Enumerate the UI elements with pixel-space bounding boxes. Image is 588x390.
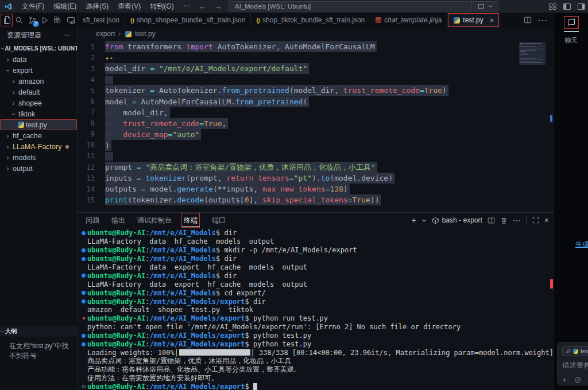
panel-tab-问题[interactable]: 问题 bbox=[86, 213, 99, 228]
new-terminal-button[interactable]: + bbox=[412, 216, 416, 225]
panel-tab-输出[interactable]: 输出 bbox=[111, 213, 125, 228]
terminal-command-line: ubuntu@Rudy-AI:/mnt/e/AI_Models/export$ … bbox=[80, 297, 554, 306]
chat-bubble-icon bbox=[477, 3, 485, 10]
command-decoration bbox=[80, 334, 87, 338]
sidebar-item-amazon[interactable]: ›amazon bbox=[0, 76, 77, 87]
forward-arrow-icon[interactable]: → bbox=[214, 2, 222, 11]
tab-chat_template.jinja[interactable]: chat_template.jinja bbox=[370, 13, 447, 28]
sidebar-item-models[interactable]: ›models bbox=[0, 152, 77, 163]
sidebar-item-tiktok[interactable]: ›tiktok bbox=[0, 108, 77, 119]
tree-item-label: default bbox=[18, 88, 40, 96]
explorer-more-icon[interactable]: ⋯ bbox=[64, 31, 71, 39]
tab-test.py[interactable]: test.py× bbox=[447, 13, 500, 28]
menu-item[interactable]: ⋯ bbox=[179, 2, 195, 10]
chevron-right-icon: › bbox=[5, 132, 11, 140]
command-decoration bbox=[80, 248, 87, 252]
chevron-down-icon[interactable] bbox=[421, 218, 427, 223]
menu-bar: 文件(F)编辑(E)选择(S)查看(V)转到(G)⋯ bbox=[17, 2, 195, 11]
panel-more-icon[interactable]: ⋯ bbox=[513, 216, 521, 225]
sparkle-icon[interactable]: ✦˖ bbox=[105, 54, 113, 62]
line-number: 8 bbox=[78, 119, 105, 127]
search-icon[interactable] bbox=[13, 14, 25, 26]
menu-item[interactable]: 编辑(E) bbox=[49, 2, 81, 11]
menu-item[interactable]: 选择(S) bbox=[81, 2, 113, 11]
terminal-view[interactable]: ubuntu@Rudy-AI:/mnt/e/AI_Models$ dirLLaM… bbox=[78, 228, 554, 390]
workspace-section[interactable]: ›AI_MODELS [WSL: UBUNTU] bbox=[0, 42, 77, 54]
line-number: 3 bbox=[78, 65, 105, 73]
editor-tabs: sft_test.json{}shop_shopee_bundle_sft_tr… bbox=[78, 13, 554, 28]
toggle-sidebar-icon[interactable] bbox=[563, 2, 571, 11]
sidebar-item-output[interactable]: ›output bbox=[0, 163, 77, 174]
chevron-down-icon: › bbox=[4, 67, 12, 73]
terminal-instance[interactable]: bash - export bbox=[432, 216, 482, 224]
chat-icon[interactable] bbox=[564, 16, 579, 29]
sidebar-item-LLaMA-Factory[interactable]: ›LLaMA-Factory bbox=[0, 141, 77, 152]
panel-tab-端口[interactable]: 端口 bbox=[212, 213, 226, 228]
close-icon[interactable]: × bbox=[490, 16, 494, 25]
more-actions-icon[interactable]: ⋯ bbox=[538, 15, 548, 26]
toggle-panel-icon[interactable] bbox=[577, 2, 586, 11]
panel-tab-调试控制台[interactable]: 调试控制台 bbox=[137, 213, 172, 228]
code-line: 1from transformers import AutoTokenizer,… bbox=[78, 41, 554, 52]
maximize-panel-icon[interactable] bbox=[532, 217, 539, 224]
selection: outputs = model.generate(**inputs, max_n… bbox=[105, 184, 350, 194]
code-editor[interactable]: 1from transformers import AutoTokenizer,… bbox=[78, 40, 554, 212]
tab-shop_tiktok_bundle_sft_train.json[interactable]: {}shop_tiktok_bundle_sft_train.json bbox=[251, 13, 370, 28]
chat-input[interactable]: tes 描述要构 + bbox=[557, 342, 588, 385]
run-debug-icon[interactable] bbox=[39, 14, 51, 26]
code-line: 15print(tokenizer.decode(outputs[0], ski… bbox=[78, 194, 554, 205]
terminal-output-line: 使用方法：在需要放置的地方安装好即可。 bbox=[80, 374, 554, 383]
menu-item[interactable]: 转到(G) bbox=[145, 2, 178, 11]
sidebar-item-data[interactable]: ›data bbox=[0, 54, 77, 65]
breadcrumb-folder[interactable]: export bbox=[96, 30, 115, 38]
selection: ··· trust_remote_code=True, bbox=[105, 118, 228, 129]
code-text: outputs = model.generate(**inputs, max_n… bbox=[105, 185, 350, 193]
copilot-menu[interactable] bbox=[471, 2, 498, 11]
tab-sft_test.json[interactable]: sft_test.json bbox=[78, 13, 125, 28]
panel-tab-终端[interactable]: 终端 bbox=[181, 213, 200, 228]
source-control-icon[interactable]: 2 bbox=[26, 14, 38, 26]
back-arrow-icon[interactable]: ← bbox=[199, 2, 206, 11]
terminal-command-line: ubuntu@Rudy-AI:/mnt/e/AI_Models/export$ … bbox=[80, 314, 554, 323]
split-terminal-icon[interactable] bbox=[488, 217, 495, 224]
breadcrumb[interactable]: export › test.py bbox=[78, 28, 554, 40]
terminal-command-line: ubuntu@Rudy-AI:/mnt/e/AI_Models/export$ bbox=[80, 383, 554, 390]
chevron-right-icon: › bbox=[10, 99, 17, 107]
add-context-icon[interactable]: + bbox=[562, 376, 567, 384]
extensions-icon[interactable] bbox=[52, 14, 64, 26]
sidebar-item-shopee[interactable]: ›shopee bbox=[0, 98, 77, 108]
outline-header[interactable]: ›大纲 bbox=[0, 326, 77, 337]
customize-layout-icon[interactable] bbox=[548, 2, 557, 11]
tree-item-label: hf_cache bbox=[13, 132, 42, 140]
generate-link[interactable]: 生成 bbox=[575, 240, 588, 249]
kill-terminal-icon[interactable] bbox=[500, 217, 508, 224]
code-text: ··· device_map="auto" bbox=[105, 130, 201, 139]
menu-item[interactable]: 文件(F) bbox=[17, 2, 49, 11]
sidebar-item-test.py[interactable]: test.py bbox=[0, 119, 77, 130]
code-text bbox=[105, 75, 113, 84]
outline-section: ›大纲 在文档“test.py”中找不到符号 bbox=[0, 326, 77, 361]
remote-explorer-icon[interactable] bbox=[65, 14, 77, 26]
command-decoration bbox=[80, 257, 87, 261]
explorer-icon[interactable] bbox=[1, 14, 13, 26]
context-chip[interactable]: tes bbox=[562, 346, 588, 356]
outline-empty-text: 在文档“test.py”中找不到符号 bbox=[0, 337, 77, 361]
context-chip-label: tes bbox=[581, 348, 588, 354]
tools-icon[interactable] bbox=[574, 376, 582, 384]
menu-item[interactable]: 查看(V) bbox=[113, 2, 145, 11]
sidebar-item-default[interactable]: ›default bbox=[0, 87, 77, 98]
vscode-window: 文件(F)编辑(E)选择(S)查看(V)转到(G)⋯ ← → AI_Models… bbox=[0, 0, 588, 390]
close-panel-icon[interactable]: × bbox=[544, 216, 549, 225]
breadcrumb-file[interactable]: test.py bbox=[135, 30, 155, 38]
minimap[interactable] bbox=[519, 42, 546, 65]
code-line: 2✦˖ bbox=[78, 52, 554, 63]
sidebar-item-hf_cache[interactable]: ›hf_cache bbox=[0, 130, 77, 141]
window-title: AI_Models [WSL: Ubuntu] bbox=[229, 3, 471, 10]
command-center[interactable]: AI_Models [WSL: Ubuntu] bbox=[229, 1, 498, 11]
selection: inputs = tokenizer(prompt, return_tensor… bbox=[105, 173, 394, 184]
split-editor-icon[interactable] bbox=[524, 16, 532, 24]
sidebar-item-export[interactable]: ›export bbox=[0, 65, 77, 76]
tab-shop_shopee_bundle_sft_train.json[interactable]: {}shop_shopee_bundle_sft_train.json bbox=[125, 13, 251, 28]
selection bbox=[105, 76, 113, 84]
code-text: model = AutoModelForCausalLM.from_pretra… bbox=[105, 98, 309, 106]
